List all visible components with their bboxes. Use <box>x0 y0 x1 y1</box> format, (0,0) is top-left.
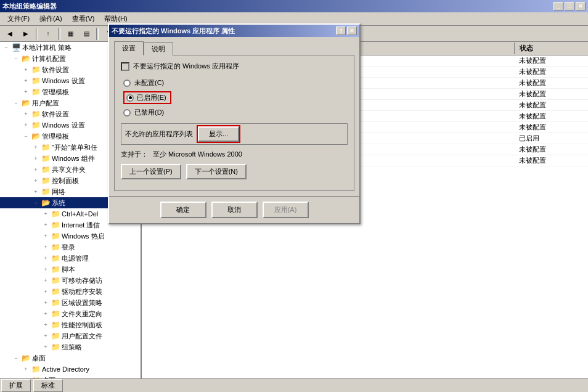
dialog-help-button[interactable]: ? <box>336 27 346 35</box>
app-list-section: 不允许的应用程序列表 显示... <box>121 123 348 145</box>
radio-enabled-box: 已启用(E) <box>123 91 171 104</box>
dialog-close-button[interactable]: ✕ <box>347 27 357 35</box>
radio-disabled[interactable]: 已禁用(D) <box>123 108 348 117</box>
dialog-title-bar: 不要运行指定的 Windows 应用程序 属性 ? ✕ <box>109 25 359 37</box>
tab-settings[interactable]: 设置 <box>114 41 144 55</box>
radio-group: 未配置(C) 已启用(E) <box>123 78 348 117</box>
ok-button[interactable]: 确定 <box>160 202 206 218</box>
radio-not-configured[interactable]: 未配置(C) <box>123 78 348 88</box>
supported-value: 至少 Microsoft Windows 2000 <box>153 150 242 159</box>
dialog-title-text: 不要运行指定的 Windows 应用程序 属性 <box>112 27 235 36</box>
radio-disabled-label: 已禁用(D) <box>134 108 164 117</box>
radio-enabled-circle <box>126 94 134 102</box>
top-label: 不要运行指定的 Windows 应用程序 <box>133 62 239 71</box>
supported-label: 支持于： <box>121 150 148 159</box>
dialog-body: 设置 说明 不要运行指定的 Windows 应用程序 <box>109 37 359 196</box>
radio-not-configured-label: 未配置(C) <box>134 78 164 88</box>
radio-enabled-row[interactable]: 已启用(E) <box>123 91 348 104</box>
supported-row: 支持于： 至少 Microsoft Windows 2000 <box>121 150 348 159</box>
dialog-title-icons: ? ✕ <box>336 27 357 35</box>
show-button[interactable]: 显示... <box>198 126 239 142</box>
radio-enabled-dot <box>129 96 132 99</box>
main-window: 本地组策略编辑器 _ □ ✕ 文件(F) 操作(A) 查看(V) 帮助(H) ◀… <box>0 0 588 392</box>
cancel-button[interactable]: 取消 <box>211 202 258 218</box>
tab-description[interactable]: 说明 <box>144 42 173 55</box>
dialog-overlay: 不要运行指定的 Windows 应用程序 属性 ? ✕ 设置 说明 <box>0 0 588 392</box>
dialog-content: 不要运行指定的 Windows 应用程序 未配置(C) <box>114 55 354 191</box>
radio-enabled-label: 已启用(E) <box>137 93 166 102</box>
dialog-top-row: 不要运行指定的 Windows 应用程序 <box>121 62 348 71</box>
radio-not-configured-circle <box>123 80 131 87</box>
prev-button[interactable]: 上一个设置(P) <box>121 164 181 179</box>
apply-button[interactable]: 应用(A) <box>263 202 309 218</box>
dialog-footer: 确定 取消 应用(A) <box>109 196 359 223</box>
nav-buttons: 上一个设置(P) 下一个设置(N) <box>121 164 348 179</box>
dialog: 不要运行指定的 Windows 应用程序 属性 ? ✕ 设置 说明 <box>108 23 361 224</box>
top-checkbox[interactable] <box>121 62 129 71</box>
next-button[interactable]: 下一个设置(N) <box>186 164 247 179</box>
radio-disabled-circle <box>123 109 131 116</box>
dialog-tabs: 设置 说明 <box>114 42 354 55</box>
app-list-label: 不允许的应用程序列表 <box>125 129 193 139</box>
